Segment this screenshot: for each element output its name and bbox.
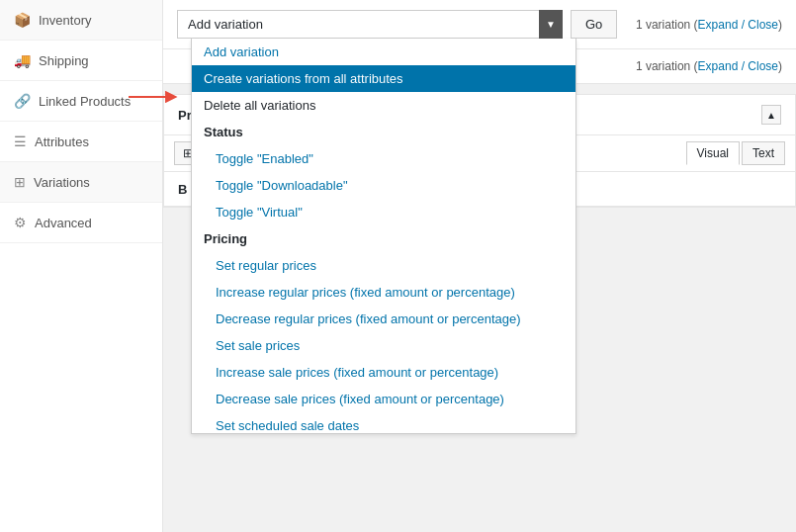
dropdown-item-delete-variations[interactable]: Delete all variations — [192, 92, 575, 119]
inventory-icon: 📦 — [14, 12, 31, 28]
sidebar-item-advanced[interactable]: ⚙ Advanced — [0, 203, 162, 243]
visual-button[interactable]: Visual — [686, 141, 740, 165]
sidebar-item-inventory[interactable]: 📦 Inventory — [0, 0, 162, 41]
dropdown-item-toggle-virtual[interactable]: Toggle "Virtual" — [192, 199, 575, 225]
dropdown-item-toggle-downloadable[interactable]: Toggle "Downloadable" — [192, 172, 575, 199]
go-button[interactable]: Go — [571, 10, 617, 39]
advanced-icon: ⚙ — [14, 215, 27, 230]
sidebar-item-label: Linked Products — [39, 94, 131, 109]
dropdown-item-decrease-regular[interactable]: Decrease regular prices (fixed amount or… — [192, 306, 575, 332]
dropdown-category-status: Status — [192, 119, 575, 145]
dropdown-item-set-sale[interactable]: Set sale prices — [192, 332, 575, 359]
main-content: Add variation ▼ Add variation Create var… — [163, 0, 796, 532]
bold-button[interactable]: B — [174, 180, 191, 199]
sidebar-item-shipping[interactable]: 🚚 Shipping — [0, 41, 162, 81]
expand-close-link-2[interactable]: Expand / Close — [698, 59, 778, 73]
red-arrow-svg — [129, 87, 178, 107]
expand-button[interactable]: ▲ — [761, 105, 781, 125]
dropdown-item-toggle-enabled[interactable]: Toggle "Enabled" — [192, 145, 575, 172]
sidebar-item-attributes[interactable]: ☰ Attributes — [0, 122, 162, 162]
dropdown-item-scheduled-sale[interactable]: Set scheduled sale dates — [192, 412, 575, 434]
link-icon: 🔗 — [14, 93, 31, 109]
dropdown-item-increase-regular[interactable]: Increase regular prices (fixed amount or… — [192, 279, 575, 306]
variation-select-wrapper: Add variation ▼ Add variation Create var… — [177, 10, 563, 39]
variations-icon: ⊞ — [14, 174, 26, 190]
sidebar-item-label: Shipping — [39, 53, 89, 68]
sidebar-item-label: Advanced — [35, 216, 92, 230]
dropdown-category-pricing: Pricing — [192, 225, 575, 252]
top-toolbar: Add variation ▼ Add variation Create var… — [163, 0, 796, 49]
dropdown-item-set-regular[interactable]: Set regular prices — [192, 252, 575, 279]
expand-close-link-1[interactable]: Expand / Close — [698, 18, 778, 32]
sidebar-item-variations[interactable]: ⊞ Variations — [0, 162, 162, 203]
text-button[interactable]: Text — [742, 141, 785, 165]
dropdown-item-increase-sale[interactable]: Increase sale prices (fixed amount or pe… — [192, 359, 575, 386]
dropdown-item-add-variation[interactable]: Add variation — [192, 39, 575, 65]
shipping-icon: 🚚 — [14, 52, 31, 68]
sidebar-item-label: Inventory — [39, 13, 91, 28]
variation-count-1: 1 variation (Expand / Close) — [636, 18, 782, 32]
sidebar: 📦 Inventory 🚚 Shipping 🔗 Linked Products… — [0, 0, 163, 532]
sidebar-item-label: Attributes — [35, 134, 89, 149]
dropdown-arrow-icon[interactable]: ▼ — [539, 10, 563, 39]
variation-count-2: 1 variation (Expand / Close) — [636, 59, 782, 73]
dropdown-item-decrease-sale[interactable]: Decrease sale prices (fixed amount or pe… — [192, 386, 575, 412]
arrow-annotation — [129, 87, 178, 110]
dropdown-menu: Add variation Create variations from all… — [191, 39, 576, 434]
dropdown-item-create-variations[interactable]: Create variations from all attributes — [192, 65, 575, 92]
attributes-icon: ☰ — [14, 133, 27, 149]
variation-select[interactable]: Add variation — [177, 10, 563, 39]
sidebar-item-label: Variations — [34, 175, 90, 190]
